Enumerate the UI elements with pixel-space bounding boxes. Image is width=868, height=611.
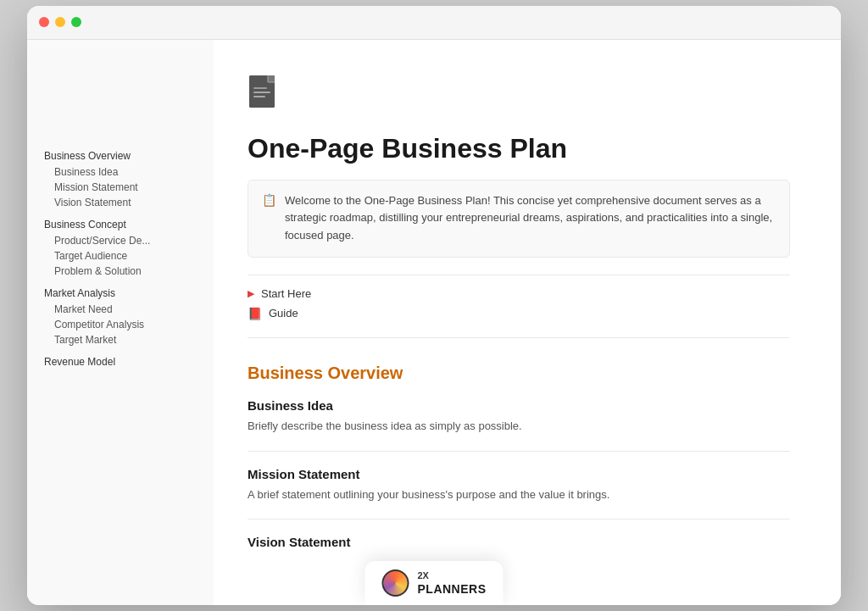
intro-box: 📋 Welcome to the One-Page Business Plan!… (248, 180, 790, 258)
close-button[interactable] (39, 17, 49, 27)
svg-rect-5 (253, 96, 265, 97)
traffic-lights (39, 17, 81, 27)
book-icon: 📕 (248, 307, 262, 320)
svg-rect-2 (268, 75, 275, 82)
subsection-text-business-idea: Briefly describe the business idea as si… (248, 418, 790, 436)
subsection-title-business-idea: Business Idea (248, 398, 790, 413)
sidebar-item-problem-solution[interactable]: Problem & Solution (44, 264, 200, 279)
document-icon (248, 74, 285, 116)
svg-rect-3 (253, 87, 267, 89)
quick-links: ▶ Start Here 📕 Guide (248, 284, 790, 324)
play-icon: ▶ (248, 288, 254, 299)
sidebar: Business Overview Business Idea Mission … (27, 40, 214, 606)
clipboard-icon: 📋 (262, 193, 276, 207)
badge-name: PLANNERS (417, 582, 486, 597)
divider-top (248, 275, 790, 275)
badge-text: 2X PLANNERS (417, 570, 486, 596)
sidebar-section-business-overview: Business Overview (44, 150, 200, 162)
maximize-button[interactable] (71, 17, 81, 27)
sidebar-item-vision-statement[interactable]: Vision Statement (44, 195, 200, 210)
subsection-title-vision-statement: Vision Statement (248, 535, 790, 549)
brand-logo (381, 569, 409, 597)
divider-mid (248, 337, 790, 338)
subsection-title-mission-statement: Mission Statement (248, 467, 790, 481)
content-area: Business Overview Business Idea Mission … (27, 40, 841, 606)
start-here-link[interactable]: ▶ Start Here (248, 284, 790, 303)
guide-link[interactable]: 📕 Guide (248, 303, 790, 324)
main-content: One-Page Business Plan 📋 Welcome to the … (214, 40, 841, 606)
sidebar-item-target-market[interactable]: Target Market (44, 332, 200, 347)
subsection-text-mission-statement: A brief statement outlining your busines… (248, 486, 790, 504)
minimize-button[interactable] (55, 17, 65, 27)
sidebar-item-business-idea[interactable]: Business Idea (44, 164, 200, 180)
sidebar-section-market-analysis: Market Analysis (44, 287, 200, 299)
app-window: Business Overview Business Idea Mission … (27, 6, 841, 606)
section-heading-business-overview: Business Overview (248, 364, 790, 383)
sidebar-section-business-concept: Business Concept (44, 219, 200, 231)
page-title: One-Page Business Plan (248, 133, 790, 164)
guide-label: Guide (269, 307, 298, 319)
divider-business-idea (248, 451, 790, 452)
intro-text: Welcome to the One-Page Business Plan! T… (285, 192, 776, 245)
sidebar-item-market-need[interactable]: Market Need (44, 302, 200, 317)
divider-mission (248, 519, 790, 519)
start-here-label: Start Here (261, 287, 311, 300)
svg-rect-4 (253, 92, 270, 93)
sidebar-section-revenue-model: Revenue Model (44, 356, 200, 368)
brand-badge: 2X PLANNERS (364, 561, 503, 605)
sidebar-item-target-audience[interactable]: Target Audience (44, 248, 200, 264)
sidebar-item-product-service[interactable]: Product/Service De... (44, 233, 200, 248)
badge-prefix: 2X (417, 570, 486, 581)
sidebar-item-mission-statement[interactable]: Mission Statement (44, 180, 200, 195)
titlebar (27, 6, 841, 40)
sidebar-item-competitor-analysis[interactable]: Competitor Analysis (44, 317, 200, 332)
